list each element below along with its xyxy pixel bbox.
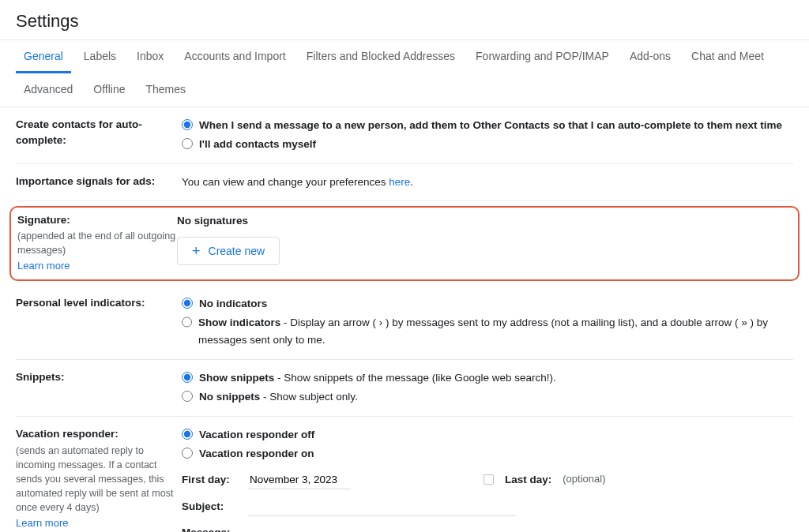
personal-radio-show[interactable] bbox=[182, 317, 192, 328]
importance-label: Importance signals for ads: bbox=[16, 174, 182, 189]
signature-sub: (appended at the end of all outgoing mes… bbox=[17, 229, 177, 257]
subject-label: Subject: bbox=[182, 498, 237, 515]
last-day-checkbox[interactable] bbox=[484, 474, 494, 485]
contacts-radio-manual[interactable] bbox=[182, 138, 193, 149]
section-personal: Personal level indicators: No indicators… bbox=[16, 286, 793, 360]
page-title: Settings bbox=[16, 11, 793, 32]
tab-chat[interactable]: Chat and Meet bbox=[683, 40, 772, 73]
vacation-sub: (sends an automated reply to incoming me… bbox=[16, 444, 182, 515]
vacation-opt1: Vacation responder off bbox=[199, 426, 314, 444]
create-new-label: Create new bbox=[209, 245, 265, 257]
importance-text: You can view and change your preferences bbox=[182, 176, 389, 188]
snippets-label: Snippets: bbox=[16, 369, 182, 385]
personal-opt2-desc: - Display an arrow ( › ) by messages sen… bbox=[198, 317, 768, 346]
section-importance: Importance signals for ads: You can view… bbox=[16, 164, 793, 201]
personal-opt2-bold: Show indicators bbox=[198, 317, 280, 328]
snippets-opt1-desc: - Show snippets of the message (like Goo… bbox=[274, 372, 555, 384]
tab-offline[interactable]: Offline bbox=[85, 73, 133, 107]
snippets-radio-show[interactable] bbox=[182, 372, 193, 383]
section-vacation: Vacation responder: (sends an automated … bbox=[16, 417, 793, 532]
signature-highlight: Signature: (appended at the end of all o… bbox=[9, 206, 800, 282]
contacts-opt1: When I send a message to a new person, a… bbox=[199, 117, 782, 134]
settings-tabs: General Labels Inbox Accounts and Import… bbox=[0, 40, 809, 107]
last-day-optional: (optional) bbox=[563, 471, 605, 488]
message-label: Message: bbox=[182, 524, 237, 532]
personal-opt1: No indicators bbox=[199, 295, 267, 313]
importance-after: . bbox=[410, 176, 413, 188]
settings-content: Create contacts for auto-complete: When … bbox=[0, 107, 809, 532]
importance-link[interactable]: here bbox=[389, 176, 410, 188]
tab-filters[interactable]: Filters and Blocked Addresses bbox=[299, 40, 463, 73]
personal-label: Personal level indicators: bbox=[16, 295, 182, 311]
first-day-input[interactable] bbox=[248, 470, 351, 489]
tab-forwarding[interactable]: Forwarding and POP/IMAP bbox=[468, 40, 617, 73]
subject-input[interactable] bbox=[248, 497, 517, 516]
tab-advanced[interactable]: Advanced bbox=[16, 73, 81, 107]
plus-icon: + bbox=[192, 244, 201, 258]
contacts-radio-auto[interactable] bbox=[182, 119, 193, 130]
vacation-radio-off[interactable] bbox=[182, 429, 193, 440]
tab-labels[interactable]: Labels bbox=[76, 40, 124, 73]
tab-accounts[interactable]: Accounts and Import bbox=[176, 40, 293, 73]
last-day-label: Last day: bbox=[505, 471, 551, 489]
create-signature-button[interactable]: + Create new bbox=[177, 237, 280, 265]
signature-label: Signature: bbox=[17, 214, 70, 226]
snippets-opt1-bold: Show snippets bbox=[199, 372, 274, 384]
settings-header: Settings bbox=[0, 0, 809, 40]
personal-radio-none[interactable] bbox=[182, 298, 193, 309]
vacation-radio-on[interactable] bbox=[182, 448, 193, 459]
vacation-label: Vacation responder: bbox=[16, 428, 119, 440]
snippets-opt2-bold: No snippets bbox=[199, 391, 260, 403]
section-contacts: Create contacts for auto-complete: When … bbox=[16, 107, 793, 164]
tab-inbox[interactable]: Inbox bbox=[129, 40, 171, 73]
tab-themes[interactable]: Themes bbox=[138, 73, 194, 107]
signature-learn-more[interactable]: Learn more bbox=[17, 260, 70, 272]
vacation-learn-more[interactable]: Learn more bbox=[16, 517, 68, 529]
vacation-opt2: Vacation responder on bbox=[199, 445, 314, 463]
first-day-label: First day: bbox=[182, 471, 237, 489]
contacts-opt2: I'll add contacts myself bbox=[199, 136, 316, 153]
contacts-label: Create contacts for auto-complete: bbox=[16, 117, 182, 148]
section-snippets: Snippets: Show snippets - Show snippets … bbox=[16, 360, 793, 417]
snippets-opt2-desc: - Show subject only. bbox=[260, 391, 358, 403]
snippets-radio-none[interactable] bbox=[182, 391, 193, 402]
tab-general[interactable]: General bbox=[16, 40, 71, 73]
tab-addons[interactable]: Add-ons bbox=[622, 40, 679, 73]
no-signatures-text: No signatures bbox=[177, 212, 792, 230]
